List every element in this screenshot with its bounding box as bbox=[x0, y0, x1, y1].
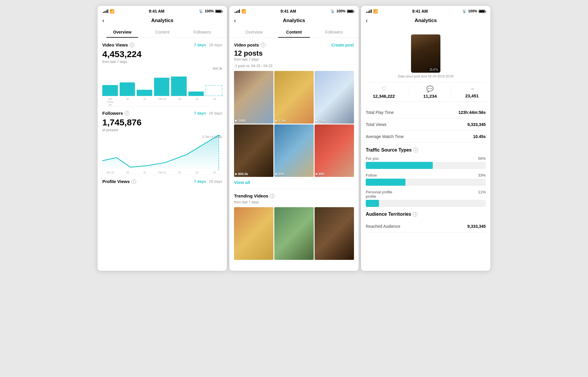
traffic-follow-header: Follow 33% bbox=[366, 173, 486, 177]
shares-item: → 23,451 bbox=[465, 85, 479, 99]
info-icon-trending[interactable]: i bbox=[270, 194, 275, 198]
battery-pct-1: 100% bbox=[205, 9, 214, 13]
traffic-title: Traffic Source Types i bbox=[366, 147, 486, 153]
reached-audience-value: 9,333,345 bbox=[467, 224, 486, 229]
traffic-pct-foryou: 56% bbox=[478, 156, 486, 161]
7days-btn-followers[interactable]: 7 days bbox=[194, 111, 206, 115]
bar-03 bbox=[188, 92, 204, 96]
nav-bar-1: ‹ Analytics bbox=[98, 15, 227, 27]
traffic-personal-header: Personal profileprofile 11% bbox=[366, 190, 486, 199]
create-post-button[interactable]: Create post bbox=[331, 43, 354, 47]
xf-02: 02 bbox=[172, 171, 188, 174]
day-buttons-profile: 7 days 28 days bbox=[194, 179, 222, 184]
time-1: 9:41 AM bbox=[149, 9, 164, 14]
info-icon-profile-views[interactable]: i bbox=[131, 179, 136, 184]
page-title-2: Analytics bbox=[283, 18, 305, 24]
battery-icon-3 bbox=[479, 10, 485, 13]
tab-overview-1[interactable]: Overview bbox=[102, 27, 142, 37]
trending-header: Trending Videos i bbox=[234, 193, 354, 198]
traffic-label-foryou: For you bbox=[366, 156, 379, 161]
video-thumb-2[interactable]: ▶ 1.2m bbox=[274, 71, 314, 124]
reached-audience-row: Reached Audience 9,333,345 bbox=[366, 220, 486, 232]
bluetooth-icon-2: 📡 bbox=[330, 9, 335, 13]
video-thumb-4[interactable]: ▶ 800.5k bbox=[234, 124, 273, 177]
wifi-icon-2: 📶 bbox=[241, 9, 246, 14]
posts-meta2: -1 post vs. 04-15 - 04-22 bbox=[234, 64, 354, 68]
stat-label-watch: Average Watch Time bbox=[366, 134, 404, 139]
7days-btn-video[interactable]: 7 days bbox=[194, 43, 206, 47]
trending-thumb-1[interactable] bbox=[234, 207, 273, 260]
post-thumbnail[interactable]: 15.67s bbox=[411, 34, 440, 73]
play-icon-5: ▶ bbox=[275, 172, 278, 175]
xf-feb01: Feb 01 bbox=[154, 171, 170, 174]
xf-03: 03 bbox=[189, 171, 205, 174]
stat-play-time: Total Play Time 123h:44m:56s bbox=[366, 107, 486, 119]
video-grid: ▶ 1080 ▶ 1.2m ▶ 3.5k ▶ 800.5k bbox=[234, 71, 354, 177]
eng-divider-1 bbox=[409, 85, 409, 99]
video-views-subtext: from last 7 days bbox=[102, 60, 222, 64]
battery-icon-1 bbox=[215, 10, 222, 13]
video-thumb-5[interactable]: ▶ 600 bbox=[274, 124, 314, 177]
play-icon-4: ▶ bbox=[235, 172, 237, 175]
profile-views-header: Profile Views i 7 days 28 days bbox=[102, 179, 222, 184]
followers-chart-max: 1.7m (+13.4k) bbox=[202, 135, 222, 139]
info-icon-audience[interactable]: i bbox=[413, 212, 417, 217]
7days-btn-profile[interactable]: 7 days bbox=[194, 179, 206, 184]
tab-content-2[interactable]: Content bbox=[274, 27, 314, 37]
back-button-1[interactable]: ‹ bbox=[102, 17, 104, 24]
video-count-2: ▶ 1.2m bbox=[275, 119, 286, 122]
28days-btn-video[interactable]: 28 days bbox=[209, 43, 222, 47]
video-count-3: ▶ 3.5k bbox=[316, 119, 325, 122]
x-feb01: Feb 01 bbox=[154, 97, 170, 106]
traffic-for-you: For you 56% bbox=[366, 156, 486, 169]
x-axis-followers: Jan 29 30 31 Feb 01 02 03 04 bbox=[102, 171, 222, 174]
phone-detail: 📶 9:41 AM 📡 100% ‹ Analytics 15.67s Data… bbox=[361, 6, 490, 271]
battery-icon-2 bbox=[347, 10, 353, 13]
back-button-2[interactable]: ‹ bbox=[234, 17, 236, 24]
stat-total-views: Total Views 9,333,345 bbox=[366, 119, 486, 131]
28days-btn-followers[interactable]: 28 days bbox=[209, 111, 222, 115]
video-posts-header: Video posts i Create post bbox=[234, 42, 354, 47]
28days-btn-profile[interactable]: 28 days bbox=[209, 179, 222, 184]
phone-overview: 📶 9:41 AM 📡 100% ‹ Analytics Overview Co… bbox=[98, 6, 227, 271]
posts-count: 12 posts bbox=[234, 49, 354, 57]
bar-fill-follow bbox=[366, 179, 405, 186]
back-button-3[interactable]: ‹ bbox=[366, 17, 368, 24]
wifi-icon-1: 📶 bbox=[110, 9, 114, 14]
post-thumbnail-bg bbox=[411, 34, 440, 73]
status-left-1: 📶 bbox=[103, 9, 114, 14]
view-all-button[interactable]: View all bbox=[234, 180, 354, 185]
signal-icon-2 bbox=[235, 9, 240, 13]
share-icon: → bbox=[469, 85, 475, 92]
video-count-4: ▶ 800.5k bbox=[235, 172, 248, 176]
info-icon-traffic[interactable]: i bbox=[413, 148, 418, 152]
tab-followers-1[interactable]: Followers bbox=[182, 27, 222, 37]
status-bar-2: 📶 9:41 AM 📡 100% bbox=[229, 6, 359, 15]
info-icon-video-posts[interactable]: i bbox=[261, 43, 265, 47]
detail-content: 15.67s Data since post time 02-20-2019 2… bbox=[361, 27, 490, 271]
heart-icon: ♡ bbox=[381, 85, 386, 92]
info-icon-followers[interactable]: i bbox=[125, 111, 129, 116]
play-icon-3: ▶ bbox=[316, 119, 318, 122]
video-thumb-6[interactable]: ▶ 600 bbox=[315, 124, 354, 177]
xf-30: 30 bbox=[120, 171, 135, 174]
likes-count: 12,346,222 bbox=[373, 94, 395, 99]
video-thumb-1[interactable]: ▶ 1080 bbox=[234, 71, 273, 124]
battery-pct-3: 100% bbox=[468, 9, 477, 13]
x-jan29: Janxxxxx29 bbox=[102, 97, 118, 106]
trending-thumb-3[interactable] bbox=[315, 207, 354, 260]
tab-followers-2[interactable]: Followers bbox=[314, 27, 354, 37]
tab-overview-2[interactable]: Overview bbox=[234, 27, 274, 37]
tab-content-1[interactable]: Content bbox=[142, 27, 182, 37]
info-icon-video-views[interactable]: i bbox=[130, 43, 134, 47]
traffic-personal: Personal profileprofile 11% bbox=[366, 190, 486, 207]
likes-item: ♡ 12,346,222 bbox=[373, 85, 395, 99]
trending-thumb-2[interactable] bbox=[274, 207, 314, 260]
bar-jan29 bbox=[102, 85, 118, 96]
video-count-6: ▶ 600 bbox=[316, 172, 324, 176]
wifi-icon-3: 📶 bbox=[373, 9, 378, 14]
reached-audience-label: Reached Audience bbox=[366, 224, 400, 229]
stat-label-playtime: Total Play Time bbox=[366, 110, 394, 115]
followers-number: 1,745,876 bbox=[102, 117, 222, 127]
video-thumb-3[interactable]: ▶ 3.5k bbox=[315, 71, 354, 124]
